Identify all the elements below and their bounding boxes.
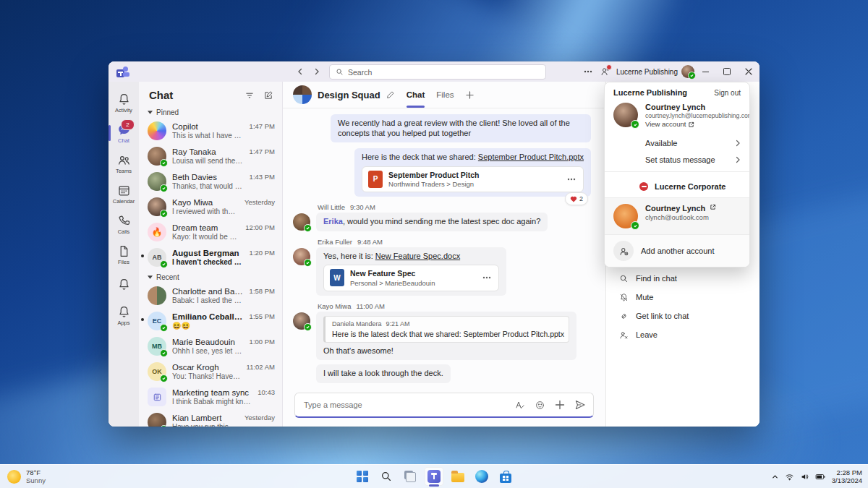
chat-list-item[interactable]: Kayo MiwaI reviewed with the client on… … xyxy=(142,194,279,219)
secondary-account[interactable]: Courtney Lynch clynch@outlook.com xyxy=(605,197,749,234)
format-icon[interactable] xyxy=(514,400,525,411)
taskbar-search-button[interactable] xyxy=(377,467,396,486)
section-pinned[interactable]: Pinned xyxy=(139,106,282,118)
file-more-icon[interactable] xyxy=(566,178,577,181)
message-composer[interactable]: Type a message xyxy=(294,393,594,418)
copilot-avatar xyxy=(148,121,166,140)
option-leave[interactable]: Leave xyxy=(606,325,760,344)
avatar xyxy=(293,248,310,265)
other-org-item[interactable]: Lucerne Corporate xyxy=(605,176,749,197)
view-account-link[interactable]: View account xyxy=(645,120,750,129)
account-avatar[interactable] xyxy=(681,65,694,78)
battery-icon[interactable] xyxy=(815,472,826,481)
forward-button[interactable] xyxy=(313,68,320,75)
titlebar: Search Lucerne Publishing xyxy=(109,61,760,82)
app-rail: Activity Chat 2 Teams Calendar Calls xyxy=(109,82,139,427)
chat-list-item[interactable]: Beth DaviesThanks, that would be nice. 1… xyxy=(142,169,279,194)
chat-list-item[interactable]: Ray TanakaLouisa will send the initial l… xyxy=(142,144,279,168)
edit-name-icon[interactable] xyxy=(386,90,395,99)
rail-item-apps[interactable]: Apps xyxy=(109,300,139,330)
option-find-in-chat[interactable]: Find in chat xyxy=(606,269,760,288)
store-button[interactable] xyxy=(496,467,515,486)
unread-dot xyxy=(141,318,144,321)
message-bubble-sent: Here is the deck that we shared: Septemb… xyxy=(293,148,591,197)
message-time: 9:48 AM xyxy=(357,238,383,246)
clock[interactable]: 2:28 PM 3/13/2024 xyxy=(832,468,862,484)
chat-list-item[interactable]: CopilotThis is what I have on the latest… xyxy=(142,119,279,143)
file-card[interactable]: P September Product Pitch Northwind Trad… xyxy=(362,166,584,193)
chat-list-item[interactable]: AB August BergmanI haven't checked avail… xyxy=(142,245,279,270)
rail-item-calendar[interactable]: Calendar xyxy=(109,179,139,209)
edge-button[interactable] xyxy=(472,467,491,486)
search-input[interactable]: Search xyxy=(329,64,546,80)
task-view-button[interactable] xyxy=(401,467,420,486)
word-icon: W xyxy=(330,269,344,286)
quoted-message[interactable]: Daniela Mandera9:21 AM Here is the lates… xyxy=(323,316,569,343)
message-time: 11:00 AM xyxy=(356,302,384,310)
send-icon[interactable] xyxy=(574,399,586,411)
file-link[interactable]: September Product Pitch.pptx xyxy=(478,153,584,161)
minimize-button[interactable] xyxy=(694,61,716,82)
avatar xyxy=(613,103,638,127)
file-explorer-button[interactable] xyxy=(448,467,467,486)
back-button[interactable] xyxy=(297,68,304,75)
caret-down-icon xyxy=(148,111,153,114)
search-icon xyxy=(380,471,392,482)
section-recent[interactable]: Recent xyxy=(139,270,282,283)
tab-chat[interactable]: Chat xyxy=(407,82,425,108)
add-tab-icon[interactable] xyxy=(466,91,474,99)
task-view-icon xyxy=(404,471,416,482)
conversation-panel: Design Squad Chat Files We recently had … xyxy=(283,82,605,427)
person-leave-icon xyxy=(619,330,629,340)
attach-plus-icon[interactable] xyxy=(555,400,565,410)
chat-list-item[interactable]: OK Oscar KroghYou: Thanks! Have a nice d… xyxy=(142,359,279,384)
new-chat-icon[interactable] xyxy=(263,90,273,100)
option-get-link[interactable]: Get link to chat xyxy=(606,307,760,325)
weather-widget[interactable]: 78°F Sunny xyxy=(7,468,46,484)
rail-item-files[interactable]: Files xyxy=(109,239,139,270)
group-avatar xyxy=(148,286,166,305)
chat-list-title: Chat xyxy=(149,89,244,101)
chat-list-item[interactable]: Kian LambertHave you run this by Beth? M… xyxy=(142,410,279,427)
tray-chevron-icon[interactable] xyxy=(771,473,779,481)
account-menu: Lucerne Publishing Sign out Courtney Lyn… xyxy=(604,82,750,267)
message-time: 9:30 AM xyxy=(350,203,375,211)
reaction-heart[interactable]: 2 xyxy=(565,192,588,205)
add-account-button[interactable]: Add another account xyxy=(605,234,749,267)
close-button[interactable] xyxy=(738,61,760,82)
avatar xyxy=(293,312,310,330)
filter-icon[interactable] xyxy=(244,90,255,100)
primary-account[interactable]: Courtney Lynch courtney.lynch@lucernepub… xyxy=(605,100,749,134)
rail-item-chat[interactable]: Chat 2 xyxy=(109,118,139,148)
rail-item-extra[interactable] xyxy=(109,270,139,300)
wifi-icon[interactable] xyxy=(785,472,794,481)
more-options-button[interactable] xyxy=(579,70,597,73)
file-link[interactable]: New Feature Spec.docx xyxy=(375,252,460,260)
chevron-right-icon xyxy=(735,140,741,147)
group-avatar xyxy=(293,85,312,104)
rail-item-teams[interactable]: Teams xyxy=(109,148,139,179)
chat-list-item[interactable]: Marketing team syncI think Babak might k… xyxy=(142,385,279,409)
file-card[interactable]: W New Feature Spec Personal > MarieBeaud… xyxy=(323,265,499,291)
start-button[interactable] xyxy=(353,467,372,486)
chat-list-item[interactable]: MB Marie BeaudouinOhhh I see, yes let me… xyxy=(142,334,279,359)
people-notification-icon[interactable] xyxy=(597,67,614,77)
tab-files[interactable]: Files xyxy=(436,82,454,108)
rail-item-calls[interactable]: Calls xyxy=(109,209,139,239)
taskbar-teams-button[interactable] xyxy=(425,467,443,486)
emoji-icon[interactable] xyxy=(535,400,545,411)
chat-list-item[interactable]: Charlotte and BabakBabak: I asked the cl… xyxy=(142,283,279,308)
search-icon xyxy=(619,274,629,283)
mention[interactable]: Erika xyxy=(323,217,343,226)
sign-out-button[interactable]: Sign out xyxy=(714,89,741,97)
search-placeholder: Search xyxy=(348,68,372,77)
status-message-menu-item[interactable]: Set status message xyxy=(605,151,749,168)
maximize-button[interactable] xyxy=(716,61,738,82)
volume-icon[interactable] xyxy=(800,472,809,481)
chat-list-item[interactable]: 🔥 Dream teamKayo: It would be great to s… xyxy=(142,220,279,244)
chat-list-item[interactable]: EC Emiliano Ceballos😆😆 1:55 PM xyxy=(142,309,279,333)
rail-item-activity[interactable]: Activity xyxy=(109,87,139,118)
file-more-icon[interactable] xyxy=(481,276,493,279)
availability-menu-item[interactable]: Available xyxy=(605,134,749,151)
option-mute[interactable]: Mute xyxy=(606,288,760,307)
